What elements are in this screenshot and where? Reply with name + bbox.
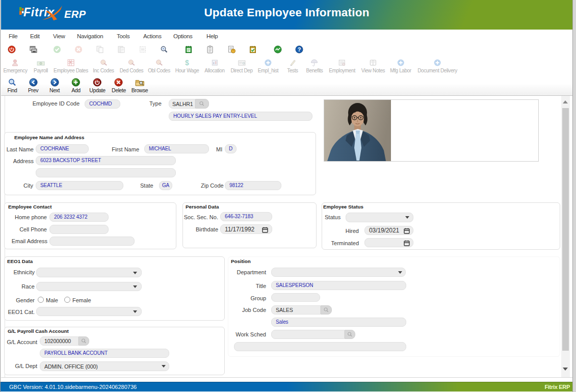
svg-text:$: $ <box>185 59 189 67</box>
svg-text:?: ? <box>298 46 301 53</box>
